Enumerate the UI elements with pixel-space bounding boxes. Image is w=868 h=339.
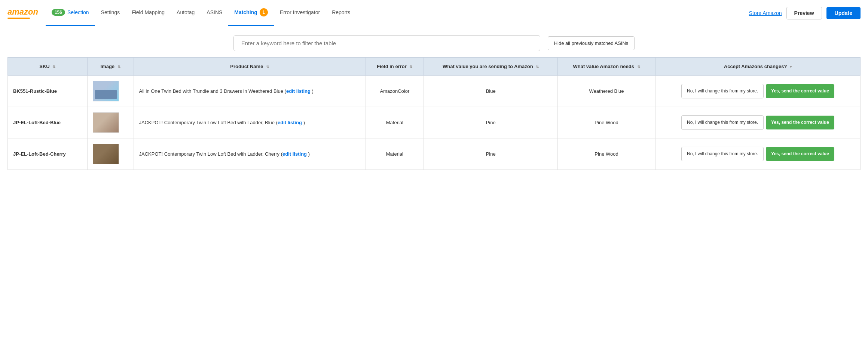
product-name-cell-1: JACKPOT! Contemporary Twin Low Loft Bed … — [134, 107, 366, 138]
tab-settings-label: Settings — [101, 9, 120, 15]
no-change-button-2[interactable]: No, I will change this from my store. — [681, 147, 764, 161]
sku-cell-0: BK551-Rustic-Blue — [8, 76, 88, 107]
table-header-row: SKU ⇅ Image ⇅ Product Name ⇅ Field in er… — [8, 58, 861, 76]
value-sending-cell-1: Pine — [424, 107, 558, 138]
value-needs-cell-1: Pine Wood — [558, 107, 655, 138]
matching-table: SKU ⇅ Image ⇅ Product Name ⇅ Field in er… — [7, 57, 861, 170]
tab-field-mapping[interactable]: Field Mapping — [126, 0, 171, 26]
product-name-sort-icon: ⇅ — [266, 65, 269, 69]
field-in-error-sort-icon: ⇅ — [409, 65, 412, 69]
value-sending-sort-icon: ⇅ — [536, 65, 539, 69]
tab-error-investigator[interactable]: Error Investigator — [274, 0, 326, 26]
product-image-1 — [93, 112, 119, 133]
edit-listing-link-0[interactable]: edit listing — [286, 88, 311, 94]
selection-badge: 156 — [52, 9, 65, 16]
product-name-cell-2: JACKPOT! Contemporary Twin Low Loft Bed … — [134, 138, 366, 170]
no-change-button-1[interactable]: No, I will change this from my store. — [681, 115, 764, 130]
update-button[interactable]: Update — [826, 7, 861, 19]
value-sending-cell-0: Blue — [424, 76, 558, 107]
hide-matched-asins-button[interactable]: Hide all previously matched ASINs — [548, 36, 635, 50]
tab-asins-label: ASINS — [207, 9, 222, 15]
sku-cell-1: JP-EL-Loft-Bed-Blue — [8, 107, 88, 138]
search-area: Hide all previously matched ASINs — [0, 26, 868, 57]
col-header-value-sending[interactable]: What value you are sending to Amazon ⇅ — [424, 58, 558, 76]
table-row: JP-EL-Loft-Bed-Cherry JACKPOT! Contempor… — [8, 138, 861, 170]
store-amazon-link[interactable]: Store Amazon — [749, 10, 782, 16]
action-cell-0: No, I will change this from my store. Ye… — [655, 76, 860, 107]
keyword-filter-input[interactable] — [233, 35, 540, 51]
sku-cell-2: JP-EL-Loft-Bed-Cherry — [8, 138, 88, 170]
action-cell-2: No, I will change this from my store. Ye… — [655, 138, 860, 170]
image-sort-icon: ⇅ — [117, 65, 120, 69]
col-header-product-name[interactable]: Product Name ⇅ — [134, 58, 366, 76]
product-image-0 — [93, 81, 119, 101]
field-in-error-cell-1: Material — [366, 107, 424, 138]
action-buttons-2: No, I will change this from my store. Ye… — [661, 147, 855, 161]
col-header-value-needs[interactable]: What value Amazon needs ⇅ — [558, 58, 655, 76]
tab-asins[interactable]: ASINS — [201, 0, 228, 26]
value-needs-cell-0: Weathered Blue — [558, 76, 655, 107]
tab-selection-label: Selection — [67, 9, 89, 15]
search-input-wrap — [233, 35, 540, 51]
amazon-logo: amazon — [7, 7, 38, 17]
image-cell-2 — [87, 138, 134, 170]
value-sending-cell-2: Pine — [424, 138, 558, 170]
action-buttons-0: No, I will change this from my store. Ye… — [661, 84, 855, 98]
tab-autotag-label: Autotag — [177, 9, 195, 15]
col-header-accept-changes[interactable]: Accept Amazons changes? ▾ — [655, 58, 860, 76]
tab-autotag[interactable]: Autotag — [171, 0, 201, 26]
action-buttons-1: No, I will change this from my store. Ye… — [661, 115, 855, 130]
edit-listing-link-2[interactable]: edit listing — [282, 151, 307, 157]
table-wrapper: SKU ⇅ Image ⇅ Product Name ⇅ Field in er… — [0, 57, 868, 170]
nav-tabs: 156 Selection Settings Field Mapping Aut… — [46, 0, 749, 26]
value-needs-sort-icon: ⇅ — [637, 65, 640, 69]
yes-send-button-1[interactable]: Yes, send the correct value — [766, 116, 834, 129]
tab-settings[interactable]: Settings — [95, 0, 126, 26]
top-nav: amazon 156 Selection Settings Field Mapp… — [0, 0, 868, 26]
logo-area: amazon — [7, 7, 38, 19]
action-cell-1: No, I will change this from my store. Ye… — [655, 107, 860, 138]
tab-field-mapping-label: Field Mapping — [132, 9, 165, 15]
product-name-cell-0: All in One Twin Bed with Trundle and 3 D… — [134, 76, 366, 107]
tab-error-investigator-label: Error Investigator — [280, 9, 320, 15]
yes-send-button-0[interactable]: Yes, send the correct value — [766, 84, 834, 98]
tab-matching[interactable]: Matching 1 — [228, 0, 273, 26]
yes-send-button-2[interactable]: Yes, send the correct value — [766, 147, 834, 161]
sku-sort-icon: ⇅ — [52, 65, 55, 69]
matching-badge: 1 — [260, 8, 268, 16]
tab-selection[interactable]: 156 Selection — [46, 0, 95, 26]
col-header-field-in-error[interactable]: Field in error ⇅ — [366, 58, 424, 76]
preview-button[interactable]: Preview — [786, 7, 822, 19]
product-image-2 — [93, 144, 119, 164]
tab-matching-label: Matching — [234, 9, 257, 15]
nav-right: Store Amazon Preview Update — [749, 7, 861, 19]
field-in-error-cell-2: Material — [366, 138, 424, 170]
tab-reports-label: Reports — [332, 9, 350, 15]
edit-listing-link-1[interactable]: edit listing — [278, 120, 302, 125]
field-in-error-cell-0: AmazonColor — [366, 76, 424, 107]
no-change-button-0[interactable]: No, I will change this from my store. — [681, 84, 764, 98]
image-cell-0 — [87, 76, 134, 107]
tab-reports[interactable]: Reports — [326, 0, 356, 26]
logo-underline — [7, 18, 30, 19]
col-header-image[interactable]: Image ⇅ — [87, 58, 134, 76]
table-row: JP-EL-Loft-Bed-Blue JACKPOT! Contemporar… — [8, 107, 861, 138]
col-header-sku[interactable]: SKU ⇅ — [8, 58, 88, 76]
accept-changes-sort-icon: ▾ — [790, 65, 792, 69]
table-row: BK551-Rustic-Blue All in One Twin Bed wi… — [8, 76, 861, 107]
value-needs-cell-2: Pine Wood — [558, 138, 655, 170]
image-cell-1 — [87, 107, 134, 138]
